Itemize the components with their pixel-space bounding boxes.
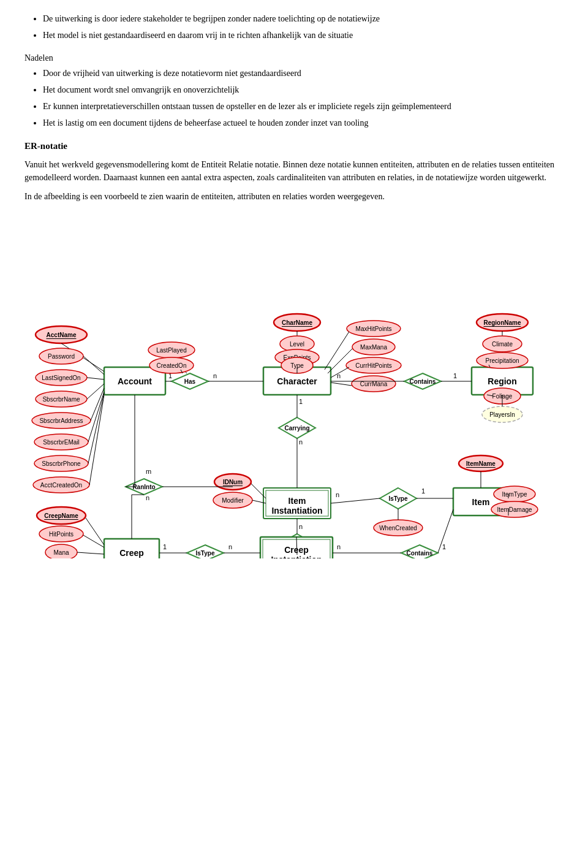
svg-line-141 xyxy=(86,518,104,545)
bullet-2: Het model is niet gestandaardiseerd en d… xyxy=(43,29,564,42)
svg-text:SbscrbrPhone: SbscrbrPhone xyxy=(42,460,81,466)
bullet-1: De uitwerking is door iedere stakeholder… xyxy=(43,12,564,25)
svg-text:RegionName: RegionName xyxy=(483,319,521,326)
svg-line-10 xyxy=(87,378,104,379)
svg-text:Character: Character xyxy=(277,376,317,386)
nadelen-bullet-2: Het document wordt snel omvangrijk en on… xyxy=(43,83,564,96)
svg-text:WhenCreated: WhenCreated xyxy=(379,524,417,531)
svg-text:CreepName: CreepName xyxy=(44,512,78,519)
svg-text:n: n xyxy=(299,438,303,446)
nadelen-title: Nadelen xyxy=(24,51,564,64)
svg-text:CurrHitPoints: CurrHitPoints xyxy=(355,362,391,368)
svg-text:n: n xyxy=(146,494,149,501)
svg-text:Item: Item xyxy=(472,497,490,507)
er-diagram: .entity-rect { fill: white; stroke: #2e7… xyxy=(24,215,564,558)
svg-text:MaxMana: MaxMana xyxy=(360,343,387,350)
svg-line-7 xyxy=(83,356,104,375)
nadelen-bullet-4: Het is lastig om een document tijdens de… xyxy=(43,116,564,129)
svg-text:Precipitation: Precipitation xyxy=(485,357,519,364)
svg-text:CreatedOn: CreatedOn xyxy=(157,362,187,368)
svg-text:m: m xyxy=(146,468,151,475)
svg-text:AcctCreatedOn: AcctCreatedOn xyxy=(40,481,82,488)
svg-text:1: 1 xyxy=(299,398,303,405)
svg-text:1: 1 xyxy=(442,543,446,550)
er-paragraph-2: In de afbeelding is een voorbeeld te zie… xyxy=(24,190,564,203)
svg-text:ItemType: ItemType xyxy=(502,490,527,497)
svg-text:1: 1 xyxy=(163,543,167,550)
svg-text:n: n xyxy=(299,523,303,530)
svg-line-25 xyxy=(89,395,104,485)
nadelen-bullet-3: Er kunnen interpretatieverschillen ontst… xyxy=(43,100,564,113)
svg-text:Creep: Creep xyxy=(284,545,309,555)
svg-text:PlayersIn: PlayersIn xyxy=(489,411,515,417)
svg-text:MaxHitPoints: MaxHitPoints xyxy=(356,325,392,332)
svg-text:n: n xyxy=(228,543,232,550)
svg-text:Region: Region xyxy=(488,376,516,386)
er-diagram-svg: .entity-rect { fill: white; stroke: #2e7… xyxy=(24,215,564,558)
svg-text:Account: Account xyxy=(118,376,152,386)
svg-line-22 xyxy=(88,393,104,463)
svg-text:RanInto: RanInto xyxy=(132,483,155,490)
svg-line-144 xyxy=(83,535,104,547)
svg-text:Modifier: Modifier xyxy=(222,497,244,503)
svg-text:Level: Level xyxy=(290,340,304,347)
svg-text:IsType: IsType xyxy=(389,495,408,501)
svg-text:Contains: Contains xyxy=(410,378,436,384)
er-paragraph-1: Vanuit het werkveld gegevensmodellering … xyxy=(24,158,564,184)
svg-line-19 xyxy=(88,392,104,442)
svg-text:LastSignedOn: LastSignedOn xyxy=(42,374,80,381)
svg-text:Climate: Climate xyxy=(492,340,513,347)
svg-text:SbscrbrName: SbscrbrName xyxy=(42,395,80,402)
svg-text:n: n xyxy=(213,372,217,379)
svg-text:SbscrbrAddress: SbscrbrAddress xyxy=(39,417,83,424)
svg-text:n: n xyxy=(337,543,341,550)
svg-text:Creep: Creep xyxy=(119,548,144,558)
svg-line-147 xyxy=(77,552,104,554)
er-notatie-section: ER-notatie Vanuit het werkveld gegevensm… xyxy=(24,139,564,203)
svg-text:SbscrbrEMail: SbscrbrEMail xyxy=(43,438,79,445)
nadelen-section: Nadelen Door de vrijheid van uitwerking … xyxy=(24,51,564,129)
svg-text:Contains: Contains xyxy=(407,549,433,556)
svg-text:ItemDamage: ItemDamage xyxy=(497,506,532,512)
intro-bullets: De uitwerking is door iedere stakeholder… xyxy=(24,12,564,42)
svg-text:HitPoints: HitPoints xyxy=(49,530,74,537)
svg-line-13 xyxy=(87,384,104,399)
svg-text:Item: Item xyxy=(288,496,306,506)
svg-text:CharName: CharName xyxy=(282,319,312,326)
svg-text:LastPlayed: LastPlayed xyxy=(156,346,186,353)
svg-text:1: 1 xyxy=(421,487,425,495)
svg-line-16 xyxy=(91,388,104,421)
svg-text:ItemName: ItemName xyxy=(466,460,496,466)
nadelen-bullet-1: Door de vrijheid van uitwerking is deze … xyxy=(43,67,564,80)
svg-line-63 xyxy=(331,383,352,386)
svg-text:Mana: Mana xyxy=(53,549,69,555)
svg-text:Carrying: Carrying xyxy=(284,424,309,431)
svg-line-57 xyxy=(328,349,352,373)
svg-line-114 xyxy=(331,498,380,503)
svg-text:n: n xyxy=(336,491,339,498)
svg-text:Has: Has xyxy=(184,378,196,384)
er-notatie-title: ER-notatie xyxy=(24,139,564,153)
svg-text:n: n xyxy=(337,372,341,379)
svg-text:Instantiation: Instantiation xyxy=(271,506,322,516)
svg-text:IDNum: IDNum xyxy=(223,478,243,485)
svg-text:AcctName: AcctName xyxy=(47,331,77,338)
svg-text:Instantiation: Instantiation xyxy=(271,555,322,558)
svg-text:IsType: IsType xyxy=(196,549,215,556)
svg-text:Password: Password xyxy=(48,352,75,359)
svg-text:1: 1 xyxy=(453,372,457,379)
